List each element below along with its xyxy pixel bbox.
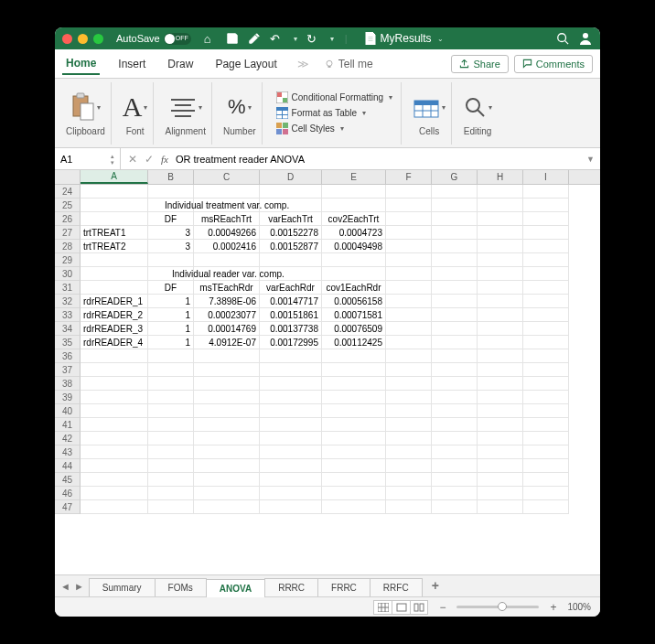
cell-C41[interactable] [194, 418, 260, 432]
sheet-tab-frrc[interactable]: FRRC [317, 578, 370, 596]
cell-A40[interactable] [81, 404, 148, 418]
zoom-slider[interactable] [456, 606, 539, 608]
cell-G40[interactable] [432, 404, 478, 418]
cell-I33[interactable] [523, 308, 569, 322]
select-all-corner[interactable] [55, 170, 81, 184]
cell-F42[interactable] [386, 432, 432, 445]
redo-dropdown[interactable]: ▾ [330, 35, 334, 43]
cell-B33[interactable]: 1 [148, 308, 194, 322]
cell-E26[interactable]: cov2EachTrt [322, 212, 386, 226]
cell-F43[interactable] [386, 445, 432, 459]
cell-H29[interactable] [478, 253, 523, 267]
cell-C24[interactable] [194, 185, 260, 199]
cell-F37[interactable] [386, 363, 432, 377]
cell-C35[interactable]: 4.0912E-07 [194, 336, 260, 349]
cell-G33[interactable] [432, 308, 478, 322]
tell-me-search[interactable]: Tell me [324, 58, 373, 70]
cell-C39[interactable] [194, 391, 260, 404]
cell-I36[interactable] [523, 349, 569, 363]
cell-I43[interactable] [523, 445, 569, 459]
zoom-in-button[interactable]: + [546, 601, 560, 614]
cell-C44[interactable] [194, 459, 260, 473]
cell-F41[interactable] [386, 418, 432, 432]
cell-C45[interactable] [194, 473, 260, 487]
cell-F45[interactable] [386, 473, 432, 487]
alignment-icon[interactable]: ▾ [169, 90, 202, 124]
formula-expand-icon[interactable]: ▼ [581, 155, 600, 164]
cell-B38[interactable] [148, 377, 194, 391]
cell-I44[interactable] [523, 459, 569, 473]
cell-G43[interactable] [432, 445, 478, 459]
cell-I30[interactable] [523, 267, 569, 281]
cell-I25[interactable] [523, 199, 569, 212]
cell-I40[interactable] [523, 404, 569, 418]
cell-H45[interactable] [478, 473, 523, 487]
cell-E25[interactable] [322, 199, 386, 212]
row-header-42[interactable]: 42 [55, 432, 81, 445]
cell-H44[interactable] [478, 459, 523, 473]
cell-H33[interactable] [478, 308, 523, 322]
cell-G34[interactable] [432, 322, 478, 336]
tab-home[interactable]: Home [62, 53, 100, 75]
cell-I24[interactable] [523, 185, 569, 199]
cell-F40[interactable] [386, 404, 432, 418]
cell-E34[interactable]: 0.00076509 [322, 322, 386, 336]
cell-G30[interactable] [432, 267, 478, 281]
sheet-tab-rrfc[interactable]: RRFC [370, 578, 423, 596]
cell-F25[interactable] [386, 199, 432, 212]
cell-C42[interactable] [194, 432, 260, 445]
cell-B28[interactable]: 3 [148, 240, 194, 253]
cell-A25[interactable] [81, 199, 148, 212]
cell-H46[interactable] [478, 487, 523, 500]
cell-C47[interactable] [194, 500, 260, 514]
autosave-toggle[interactable]: AutoSave OFF [116, 33, 191, 45]
cell-C34[interactable]: 0.00014769 [194, 322, 260, 336]
number-icon[interactable]: %▾ [228, 90, 252, 124]
cell-B47[interactable] [148, 500, 194, 514]
cell-I26[interactable] [523, 212, 569, 226]
cell-I39[interactable] [523, 391, 569, 404]
undo-icon[interactable]: ↶ [270, 32, 283, 45]
cell-D34[interactable]: 0.00137738 [260, 322, 322, 336]
cell-A33[interactable]: rdrREADER_2 [81, 308, 148, 322]
cell-E40[interactable] [322, 404, 386, 418]
cell-A32[interactable]: rdrREADER_1 [81, 295, 148, 308]
cell-H40[interactable] [478, 404, 523, 418]
row-header-35[interactable]: 35 [55, 336, 81, 349]
search-icon[interactable] [556, 32, 569, 45]
row-header-39[interactable]: 39 [55, 391, 81, 404]
more-tabs-icon[interactable]: ≫ [297, 58, 309, 70]
cell-G45[interactable] [432, 473, 478, 487]
fullscreen-window-button[interactable] [93, 34, 103, 44]
col-header-A[interactable]: A [81, 170, 148, 184]
cell-C33[interactable]: 0.00023077 [194, 308, 260, 322]
cell-D28[interactable]: 0.00152877 [260, 240, 322, 253]
row-header-38[interactable]: 38 [55, 377, 81, 391]
cell-A36[interactable] [81, 349, 148, 363]
cell-B39[interactable] [148, 391, 194, 404]
cell-E35[interactable]: 0.00112425 [322, 336, 386, 349]
col-header-F[interactable]: F [386, 170, 432, 184]
cell-F44[interactable] [386, 459, 432, 473]
cell-E45[interactable] [322, 473, 386, 487]
cell-C46[interactable] [194, 487, 260, 500]
tab-draw[interactable]: Draw [164, 54, 197, 74]
cell-D43[interactable] [260, 445, 322, 459]
cell-A31[interactable] [81, 281, 148, 295]
row-header-33[interactable]: 33 [55, 308, 81, 322]
cell-styles-button[interactable]: Cell Styles▾ [274, 122, 396, 135]
cell-D27[interactable]: 0.00152278 [260, 226, 322, 240]
cell-F26[interactable] [386, 212, 432, 226]
row-header-44[interactable]: 44 [55, 459, 81, 473]
cell-H42[interactable] [478, 432, 523, 445]
cell-B29[interactable] [148, 253, 194, 267]
cell-F34[interactable] [386, 322, 432, 336]
cell-I35[interactable] [523, 336, 569, 349]
cell-I29[interactable] [523, 253, 569, 267]
row-header-28[interactable]: 28 [55, 240, 81, 253]
formula-input[interactable]: OR treatment reader ANOVA [174, 154, 581, 165]
cell-E28[interactable]: 0.00049498 [322, 240, 386, 253]
cell-B34[interactable]: 1 [148, 322, 194, 336]
cell-B32[interactable]: 1 [148, 295, 194, 308]
cell-A46[interactable] [81, 487, 148, 500]
